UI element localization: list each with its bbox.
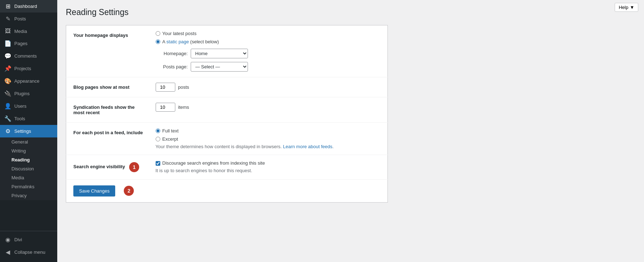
- blog-pages-suffix: posts: [178, 84, 189, 90]
- sidebar-item-label: Appearance: [14, 78, 39, 84]
- syndication-number-row: items: [156, 103, 381, 112]
- latest-posts-radio-row: Your latest posts: [156, 31, 381, 36]
- sidebar: ⊞ Dashboard ✎ Posts 🖼 Media 📄 Pages 💬 Co…: [0, 0, 57, 262]
- sidebar-item-label: Users: [14, 103, 26, 109]
- feed-include-row: For each post in a feed, include Full te…: [66, 122, 388, 155]
- sidebar-item-label: Posts: [14, 16, 26, 21]
- sidebar-item-label: Plugins: [14, 91, 30, 96]
- sidebar-item-settings[interactable]: ⚙ Settings: [0, 125, 57, 137]
- excerpt-radio[interactable]: [156, 137, 160, 141]
- projects-icon: 📌: [4, 65, 11, 72]
- homepage-displays-row: Your homepage displays Your latest posts…: [66, 25, 388, 77]
- main-content: Reading Settings Your homepage displays …: [57, 0, 644, 262]
- submenu-permalinks[interactable]: Permalinks: [0, 182, 57, 191]
- divi-icon: ◉: [4, 236, 11, 243]
- help-arrow: ▼: [630, 5, 634, 10]
- static-page-link[interactable]: static page: [166, 39, 189, 44]
- sidebar-item-comments[interactable]: 💬 Comments: [0, 50, 57, 62]
- full-text-radio[interactable]: [156, 128, 160, 133]
- search-visibility-row: Search engine visibility 1 Discourage se…: [66, 155, 388, 179]
- feed-include-cell: Full text Excerpt Your theme determines …: [148, 122, 388, 155]
- help-label: Help: [619, 5, 628, 10]
- syndication-label: Syndication feeds show the most recent: [66, 97, 148, 122]
- posts-page-select-row: Posts page: — Select — Home About Blog: [156, 62, 381, 72]
- blog-pages-label: Blog pages show at most: [66, 77, 148, 97]
- settings-icon: ⚙: [4, 128, 11, 135]
- sidebar-item-projects[interactable]: 📌 Projects: [0, 62, 57, 75]
- static-page-label: A static page (select below): [162, 39, 219, 44]
- syndication-cell: items: [148, 97, 388, 122]
- tools-icon: 🔧: [4, 115, 11, 122]
- homepage-displays-label: Your homepage displays: [66, 25, 148, 77]
- settings-table: Your homepage displays Your latest posts…: [66, 25, 388, 180]
- feed-note: Your theme determines how content is dis…: [156, 144, 381, 149]
- sidebar-item-posts[interactable]: ✎ Posts: [0, 13, 57, 25]
- static-page-radio-row: A static page (select below): [156, 39, 381, 44]
- badge-2: 2: [124, 186, 134, 196]
- submenu-writing[interactable]: Writing: [0, 146, 57, 155]
- sidebar-item-label: Pages: [14, 41, 28, 46]
- sidebar-item-label: Projects: [14, 66, 31, 71]
- homepage-select-row: Homepage: Home About Contact Blog: [156, 49, 381, 58]
- blog-pages-input[interactable]: [156, 83, 175, 92]
- search-visibility-cell: Discourage search engines from indexing …: [148, 155, 388, 179]
- full-text-radio-row: Full text: [156, 128, 381, 134]
- appearance-icon: 🎨: [4, 78, 11, 84]
- sidebar-item-label: Tools: [14, 116, 25, 121]
- search-visibility-label: Search engine visibility 1: [66, 155, 148, 179]
- feed-include-label: For each post in a feed, include: [66, 122, 148, 155]
- blog-pages-number-row: posts: [156, 83, 381, 92]
- discourage-checkbox-row: Discourage search engines from indexing …: [156, 160, 381, 166]
- pages-icon: 📄: [4, 40, 11, 47]
- dashboard-icon: ⊞: [4, 3, 11, 10]
- excerpt-radio-row: Excerpt: [156, 136, 381, 142]
- submenu-media[interactable]: Media: [0, 173, 57, 182]
- sidebar-item-label: Dashboard: [14, 4, 37, 9]
- sidebar-item-dashboard[interactable]: ⊞ Dashboard: [0, 0, 57, 13]
- submenu-reading[interactable]: Reading: [0, 155, 57, 164]
- save-changes-button[interactable]: Save Changes: [73, 185, 115, 196]
- homepage-select[interactable]: Home About Contact Blog: [191, 49, 248, 58]
- sidebar-item-label: Settings: [14, 128, 31, 134]
- latest-posts-label: Your latest posts: [162, 31, 197, 36]
- help-button[interactable]: Help ▼: [615, 3, 638, 12]
- comments-icon: 💬: [4, 53, 11, 59]
- homepage-radio-group: Your latest posts A static page (select …: [156, 31, 381, 44]
- sidebar-item-divi[interactable]: ◉ Divi: [0, 233, 57, 246]
- static-prefix: A: [162, 39, 165, 44]
- users-icon: 👤: [4, 103, 11, 110]
- sidebar-item-tools[interactable]: 🔧 Tools: [0, 112, 57, 125]
- submenu-discussion[interactable]: Discussion: [0, 164, 57, 173]
- settings-submenu: General Writing Reading Discussion Media…: [0, 137, 57, 200]
- sidebar-item-label: Comments: [14, 53, 37, 59]
- sidebar-item-pages[interactable]: 📄 Pages: [0, 37, 57, 50]
- discourage-checkbox[interactable]: [156, 161, 160, 166]
- static-page-radio[interactable]: [156, 39, 160, 44]
- blog-pages-cell: posts: [148, 77, 388, 97]
- feed-note-text: Your theme determines how content is dis…: [156, 144, 282, 149]
- divi-label: Divi: [14, 237, 22, 242]
- feed-note-end: .: [332, 144, 334, 149]
- sidebar-item-label: Media: [14, 29, 27, 34]
- submenu-general[interactable]: General: [0, 137, 57, 146]
- blog-pages-row: Blog pages show at most posts: [66, 77, 388, 97]
- sidebar-item-users[interactable]: 👤 Users: [0, 100, 57, 112]
- search-visibility-note: It is up to search engines to honor this…: [156, 168, 381, 173]
- posts-page-select[interactable]: — Select — Home About Blog: [191, 62, 248, 72]
- sidebar-item-appearance[interactable]: 🎨 Appearance: [0, 75, 57, 87]
- homepage-select-label: Homepage:: [156, 51, 188, 56]
- collapse-menu[interactable]: ◀ Collapse menu: [0, 246, 57, 258]
- latest-posts-radio[interactable]: [156, 31, 160, 36]
- excerpt-label: Excerpt: [162, 136, 178, 142]
- sidebar-item-plugins[interactable]: 🔌 Plugins: [0, 87, 57, 100]
- collapse-icon: ◀: [4, 249, 11, 256]
- feed-radio-group: Full text Excerpt: [156, 128, 381, 142]
- plugins-icon: 🔌: [4, 90, 11, 97]
- learn-more-feeds-link[interactable]: Learn more about feeds: [283, 144, 332, 149]
- homepage-displays-cell: Your latest posts A static page (select …: [148, 25, 388, 77]
- sidebar-item-media[interactable]: 🖼 Media: [0, 25, 57, 37]
- static-paren: (select below): [190, 39, 219, 44]
- syndication-input[interactable]: [156, 103, 175, 112]
- page-title: Reading Settings: [66, 7, 635, 18]
- submenu-privacy[interactable]: Privacy: [0, 191, 57, 200]
